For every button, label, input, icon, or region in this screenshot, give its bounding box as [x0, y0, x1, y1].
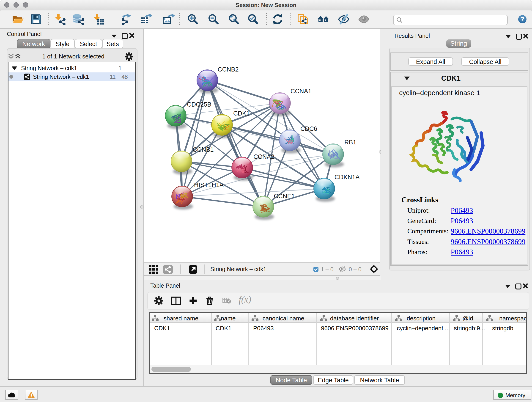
svg-text:CCNA1: CCNA1 [291, 88, 312, 95]
svg-text:CDK1: CDK1 [233, 110, 250, 117]
svg-text:CCNB1: CCNB1 [193, 146, 214, 153]
svg-text:CCNA2: CCNA2 [253, 153, 274, 160]
svg-text:HIST1H1A: HIST1H1A [194, 182, 224, 188]
svg-text:CDC25B: CDC25B [187, 101, 211, 108]
svg-text:CDKN1A: CDKN1A [335, 174, 360, 181]
svg-text:CCNB2: CCNB2 [218, 66, 239, 73]
svg-text:RB1: RB1 [344, 139, 356, 146]
svg-text:CDC6: CDC6 [300, 125, 317, 132]
svg-text:CCNE1: CCNE1 [274, 193, 295, 200]
